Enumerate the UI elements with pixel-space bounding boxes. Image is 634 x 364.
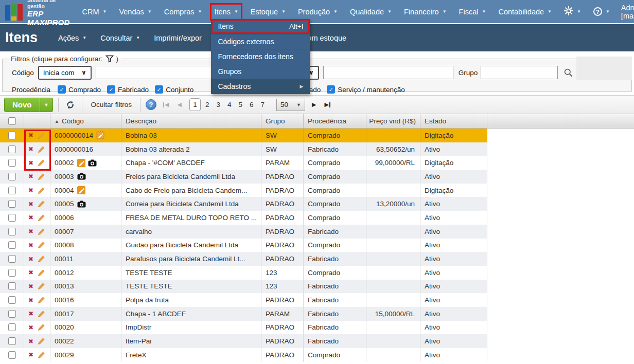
edit-pencil-icon[interactable] — [38, 159, 45, 167]
menu-item-cadastros[interactable]: Cadastros▶ — [211, 79, 310, 94]
table-row[interactable]: ✖00013TESTE TESTE123FabricadoAtivo — [0, 280, 487, 294]
edit-note-icon[interactable] — [77, 186, 85, 194]
checkbox-conjunto[interactable]: ✓Conjunto — [155, 85, 193, 94]
column-header-codigo[interactable]: ▲Código — [50, 114, 121, 128]
delete-icon[interactable]: ✖ — [28, 256, 33, 262]
novo-button[interactable]: Novo ▼ — [4, 98, 53, 112]
page-menu-item-imprimir-expor[interactable]: Imprimir/expor — [154, 34, 202, 42]
edit-pencil-icon[interactable] — [38, 145, 45, 153]
delete-icon[interactable]: ✖ — [28, 352, 33, 358]
table-row[interactable]: ✖00011Parafusos para Bicicleta Candemil … — [0, 252, 487, 266]
previous-page-icon[interactable]: ◀ — [175, 101, 183, 108]
nav-item-fiscal[interactable]: Fiscal▼ — [458, 5, 487, 19]
nav-item-settings[interactable]: ▼ — [563, 4, 582, 20]
app-logo[interactable]: Sistema de gestão ERP MAXIPROD — [3, 0, 75, 28]
table-row[interactable]: ✖0000000016Bobina 03 alterada 2SWFabrica… — [0, 142, 487, 156]
edit-pencil-icon[interactable] — [38, 337, 45, 345]
table-row[interactable]: ✖00022Item-PaiPADRAOFabricadoAtivo — [0, 334, 487, 348]
next-page-icon[interactable]: ▶ — [310, 101, 318, 108]
column-header-preco-vnd-r[interactable]: Preço vnd (R$) — [366, 114, 420, 128]
nav-item-producao[interactable]: Produção▼ — [297, 5, 339, 19]
delete-icon[interactable]: ✖ — [28, 311, 33, 317]
nav-item-vendas[interactable]: Vendas▼ — [118, 5, 152, 19]
table-row[interactable]: ✖00012TESTE TESTE123CompradoAtivo — [0, 266, 487, 280]
edit-pencil-icon[interactable] — [38, 255, 45, 263]
edit-pencil-icon[interactable] — [38, 282, 45, 290]
delete-icon[interactable]: ✖ — [28, 201, 33, 207]
menu-item-codigos-externos[interactable]: Códigos externos — [211, 34, 310, 49]
checkbox-servico-manutencao[interactable]: ✓Serviço / manutenção — [327, 85, 405, 94]
table-row[interactable]: ✖00006FRESA DE METAL DURO TOPO RETO ...P… — [0, 211, 487, 225]
table-row[interactable]: ✖00007carvalhoPADRAOFabricadoAtivo — [0, 225, 487, 239]
row-checkbox[interactable] — [8, 214, 16, 222]
table-row[interactable]: ✖00016Polpa da frutaPADRAOFabricadoAtivo — [0, 293, 487, 307]
camera-icon[interactable] — [88, 159, 97, 167]
menu-item-fornecedores-dos-itens[interactable]: Fornecedores dos itens — [211, 49, 310, 64]
filters-legend[interactable]: Filtros (clique para configurar: ) — [8, 55, 121, 63]
edit-pencil-icon[interactable] — [38, 214, 45, 222]
ocultar-filtros-button[interactable]: Ocultar filtros — [87, 101, 135, 108]
column-header-estado[interactable]: Estado — [420, 114, 487, 128]
delete-icon[interactable]: ✖ — [28, 283, 33, 289]
table-row[interactable]: ✖00005Correia para Bicicleta Candemil Lt… — [0, 197, 487, 211]
edit-pencil-icon[interactable] — [38, 187, 45, 194]
delete-icon[interactable]: ✖ — [28, 132, 33, 138]
row-checkbox[interactable] — [8, 351, 16, 359]
delete-icon[interactable]: ✖ — [28, 242, 33, 248]
delete-icon[interactable]: ✖ — [28, 297, 33, 303]
edit-pencil-icon[interactable] — [38, 269, 45, 277]
row-checkbox[interactable] — [8, 145, 16, 153]
page-number-1[interactable]: 1 — [189, 98, 201, 111]
row-checkbox[interactable] — [8, 310, 16, 318]
row-checkbox[interactable] — [8, 173, 16, 180]
menu-item-grupos[interactable]: Grupos — [211, 64, 310, 79]
page-number-4[interactable]: 4 — [225, 101, 234, 108]
user-menu[interactable]: Admin [master] — [621, 4, 634, 20]
column-header-grupo[interactable]: Grupo — [261, 114, 304, 128]
edit-pencil-icon[interactable] — [38, 323, 45, 331]
row-checkbox[interactable] — [8, 323, 16, 331]
codigo-operator-select[interactable]: Inicia com ∨ — [38, 66, 92, 80]
delete-icon[interactable]: ✖ — [28, 228, 33, 234]
page-menu-item-acoes[interactable]: Ações▼ — [58, 34, 86, 42]
delete-icon[interactable]: ✖ — [28, 338, 33, 344]
row-checkbox[interactable] — [8, 228, 16, 235]
delete-icon[interactable]: ✖ — [28, 173, 33, 179]
edit-pencil-icon[interactable] — [38, 310, 45, 318]
delete-icon[interactable]: ✖ — [28, 214, 33, 221]
column-header-descricao[interactable]: Descrição — [121, 114, 261, 128]
table-row[interactable]: ✖0000000014Bobina 03SWCompradoDigitação — [0, 129, 487, 142]
refresh-icon[interactable] — [64, 100, 77, 110]
table-row[interactable]: ✖00003Freios para Bicicleta Candemil Ltd… — [0, 170, 487, 184]
select-all-checkbox[interactable] — [8, 117, 16, 125]
row-checkbox[interactable] — [8, 159, 16, 167]
edit-pencil-icon[interactable] — [38, 351, 45, 359]
camera-icon[interactable] — [77, 201, 86, 208]
edit-pencil-icon[interactable] — [38, 173, 45, 180]
edit-pencil-icon[interactable] — [38, 228, 45, 235]
edit-note-dashed-icon[interactable] — [96, 131, 104, 139]
nav-item-financeiro[interactable]: Financeiro▼ — [403, 5, 448, 19]
descricao-filter-input[interactable] — [323, 66, 453, 79]
menu-item-itens[interactable]: ItensAlt+I — [211, 19, 310, 34]
page-number-6[interactable]: 6 — [247, 101, 256, 108]
nav-item-itens[interactable]: Itens▼ItensAlt+ICódigos externosForneced… — [213, 5, 239, 19]
row-checkbox[interactable] — [8, 200, 16, 208]
nav-item-qualidade[interactable]: Qualidade▼ — [349, 5, 393, 19]
nav-item-help[interactable]: ?▼ — [592, 5, 611, 19]
page-number-3[interactable]: 3 — [214, 101, 223, 108]
delete-icon[interactable]: ✖ — [28, 160, 33, 166]
grupo-filter-input[interactable] — [481, 66, 558, 79]
row-checkbox[interactable] — [8, 255, 16, 263]
edit-pencil-icon[interactable] — [38, 296, 45, 304]
last-page-icon[interactable]: ▶ — [323, 101, 331, 108]
checkbox-fabricado[interactable]: ✓Fabricado — [107, 85, 149, 94]
search-icon[interactable] — [562, 68, 575, 78]
page-number-7[interactable]: 7 — [258, 101, 267, 108]
delete-icon[interactable]: ✖ — [28, 146, 33, 152]
row-checkbox[interactable] — [8, 296, 16, 304]
table-row[interactable]: ✖00020ImpDistrPADRAOFabricadoAtivo — [0, 321, 487, 335]
nav-item-contabilidade[interactable]: Contabilidade▼ — [497, 5, 553, 19]
row-checkbox[interactable] — [8, 132, 16, 139]
table-row[interactable]: ✖00004Cabo de Freio para Bicicleta Cande… — [0, 184, 487, 197]
